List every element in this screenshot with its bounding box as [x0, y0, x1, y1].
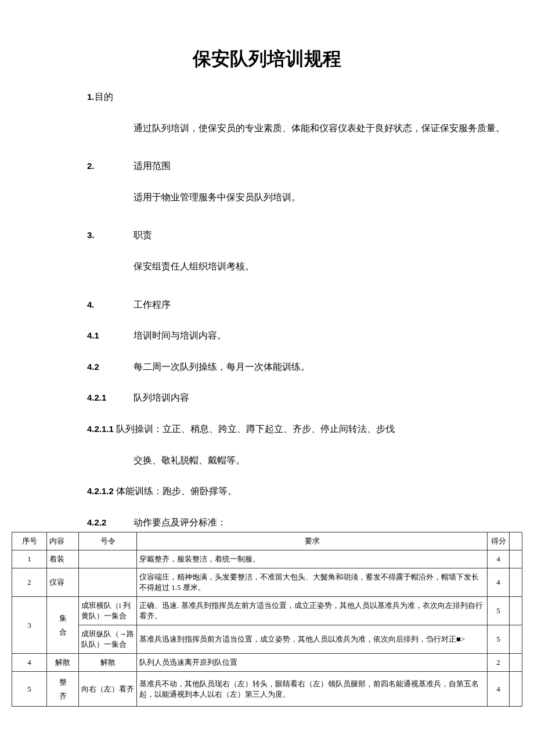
section-label: 适用范围: [134, 159, 171, 174]
section-number: 4.2: [87, 360, 134, 374]
cell-score: 4: [488, 550, 510, 568]
cell-req: 队列人员迅速离开原列队位置: [137, 654, 488, 672]
header-seq: 序号: [12, 532, 47, 550]
cell-seq: 4: [12, 654, 47, 672]
cell-cmd: [79, 550, 137, 568]
table-row: 3 集合 成班横队（i 列黄队）一集合 正确、迅速. 基准兵到指挥员左前方适当位…: [12, 597, 522, 625]
scoring-table: 序号 内容 号令 要求 得分 1 着装 穿戴整齐，服装整洁，着统一制服。 4 2…: [12, 532, 522, 707]
cell-score: 4: [488, 672, 510, 707]
cell-score: 5: [488, 625, 510, 654]
section-4-2-1-1: 4.2.1.1 队列操训：立正、稍息、跨立、蹲下起立、齐步、停止间转法、步伐: [87, 422, 505, 437]
header-content: 内容: [47, 532, 79, 550]
section-body: 每二周一次队列操练，每月一次体能训练。: [134, 359, 310, 375]
cell-seq: 1: [12, 550, 47, 568]
header-score: 得分: [488, 532, 510, 550]
cell-cmd: 向右（左）看齐: [79, 672, 137, 707]
section-4-2-2: 4.2.2 动作要点及评分标准：: [87, 515, 505, 530]
cell-cmd: [79, 568, 137, 597]
cell-content: 整齐: [47, 672, 79, 707]
cell-score: 5: [488, 597, 510, 625]
header-cmd: 号令: [79, 532, 137, 550]
section-number: 4.2.1: [87, 391, 134, 405]
section-1-body: 通过队列培训，使保安员的专业素质、体能和仪容仪表处于良好状态，保证保安服务质量。: [87, 121, 505, 136]
section-number: 3.: [87, 228, 134, 242]
section-4-2: 4.2 每二周一次队列操练，每月一次体能训练。: [87, 359, 505, 375]
cell-req: 基准兵不动，其他队员现右（左）转头，眼睛看右（左）领队员腿部，前四名能通视基准兵…: [137, 672, 488, 707]
header-req: 要求: [137, 532, 488, 550]
cell-extra: [510, 550, 522, 568]
cell-content: 着装: [47, 550, 79, 568]
document-title: 保安队列培训规程: [12, 46, 522, 72]
cell-cmd: 解散: [79, 654, 137, 672]
cell-extra: [510, 625, 522, 654]
section-3-body: 保安组责任人组织培训考核。: [87, 259, 505, 274]
cell-extra: [510, 597, 522, 625]
table-header-row: 序号 内容 号令 要求 得分: [12, 532, 522, 550]
section-4-2-1: 4.2.1 队列培训内容: [87, 390, 505, 405]
section-4-2-1-1-cont: 交换、敬礼脱帽、戴帽等。: [87, 453, 505, 468]
cell-content: 仪容: [47, 568, 79, 597]
section-number: 4.2.1.2: [87, 486, 114, 496]
cell-seq: 2: [12, 568, 47, 597]
table-row: 4 解散 解散 队列人员迅速离开原列队位置 2: [12, 654, 522, 672]
table-row: 1 着装 穿戴整齐，服装整洁，着统一制服。 4: [12, 550, 522, 568]
section-body: 队列操训：立正、稍息、跨立、蹲下起立、齐步、停止间转法、步伐: [116, 424, 395, 434]
section-body: 体能训练：跑步、俯卧撑等。: [116, 486, 237, 496]
section-3-heading: 3. 职责: [87, 228, 505, 243]
cell-extra: [510, 654, 522, 672]
cell-req: 仪容端庄，精神饱满，头发要整洁，不准留大包头、大鬓角和胡须，蓄发不得露于帽沿外，…: [137, 568, 488, 597]
section-body: 队列培训内容: [134, 390, 189, 405]
section-label: 工作程序: [134, 297, 171, 312]
section-label: 职责: [134, 228, 152, 243]
cell-extra: [510, 672, 522, 707]
cell-cmd: 成班纵队（→路队队）一集合: [79, 625, 137, 654]
cell-req: 基准兵迅速到指挥员前方适当位置，成立姿势，其他人员以准兵为准，依次向后排列，刍行…: [137, 625, 488, 654]
cell-cmd: 成班横队（i 列黄队）一集合: [79, 597, 137, 625]
section-2-body: 适用于物业管理服务中保安员队列培训。: [87, 190, 505, 205]
section-2-heading: 2. 适用范围: [87, 159, 505, 174]
section-number: 1.: [87, 92, 95, 102]
cell-req: 穿戴整齐，服装整洁，着统一制服。: [137, 550, 488, 568]
section-number: 2.: [87, 159, 134, 173]
section-body: 动作要点及评分标准：: [134, 515, 226, 530]
section-1-heading: 1.目的: [87, 89, 505, 105]
cell-seq: 5: [12, 672, 47, 707]
content-body: 1.目的 通过队列培训，使保安员的专业素质、体能和仪容仪表处于良好状态，保证保安…: [12, 89, 522, 530]
cell-score: 2: [488, 654, 510, 672]
cell-content: 集合: [47, 597, 79, 654]
table-row: 5 整齐 向右（左）看齐 基准兵不动，其他队员现右（左）转头，眼睛看右（左）领队…: [12, 672, 522, 707]
section-number: 4.2.1.1: [87, 424, 114, 434]
section-number: 4.: [87, 298, 134, 312]
cell-content: 解散: [47, 654, 79, 672]
section-body: 培训时间与培训内容。: [134, 328, 226, 343]
section-number: 4.1: [87, 329, 134, 343]
table-row: 2 仪容 仪容端庄，精神饱满，头发要整洁，不准留大包头、大鬓角和胡须，蓄发不得露…: [12, 568, 522, 597]
section-4-heading: 4. 工作程序: [87, 297, 505, 312]
section-4-1: 4.1 培训时间与培训内容。: [87, 328, 505, 343]
section-number: 4.2.2: [87, 516, 134, 530]
section-label: 目的: [95, 92, 113, 102]
header-extra: [510, 532, 522, 550]
cell-extra: [510, 568, 522, 597]
cell-score: 4: [488, 568, 510, 597]
section-4-2-1-2: 4.2.1.2 体能训练：跑步、俯卧撑等。: [87, 484, 505, 499]
table-row: 成班纵队（→路队队）一集合 基准兵迅速到指挥员前方适当位置，成立姿势，其他人员以…: [12, 625, 522, 654]
cell-req: 正确、迅速. 基准兵到指挥员左前方适当位置，成立正姿势，其他人员以基准兵为准，衣…: [137, 597, 488, 625]
cell-seq: 3: [12, 597, 47, 654]
